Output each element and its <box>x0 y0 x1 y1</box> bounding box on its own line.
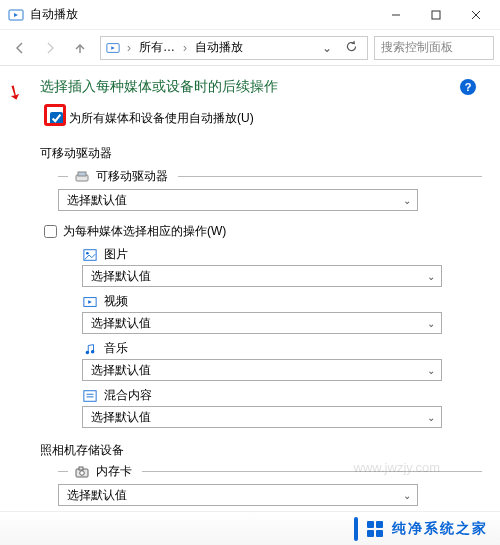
svg-rect-23 <box>367 521 374 528</box>
autoplay-icon <box>8 7 24 23</box>
svg-rect-3 <box>432 11 440 19</box>
media-item-mixed: 混合内容 <box>82 387 482 404</box>
chevron-right-icon: › <box>125 41 133 55</box>
window-close-button[interactable] <box>456 1 496 29</box>
address-dropdown-button[interactable]: ⌄ <box>319 41 335 55</box>
removable-drive-select[interactable]: 选择默认值 ⌄ <box>58 189 418 211</box>
pictures-select[interactable]: 选择默认值 ⌄ <box>82 265 442 287</box>
chevron-down-icon: ⌄ <box>427 318 435 329</box>
mixed-select[interactable]: 选择默认值 ⌄ <box>82 406 442 428</box>
media-label: 图片 <box>104 246 128 263</box>
svg-rect-22 <box>79 467 83 470</box>
nav-forward-button[interactable] <box>36 34 64 62</box>
select-value: 选择默认值 <box>91 362 151 379</box>
window-titlebar: 自动播放 <box>0 0 500 30</box>
per-media-checkbox[interactable] <box>44 225 57 238</box>
svg-rect-26 <box>376 530 383 537</box>
navigation-bar: › 所有… › 自动播放 ⌄ 搜索控制面板 <box>0 30 500 66</box>
svg-point-12 <box>86 251 89 254</box>
watermark-url: www.jwzjy.com <box>354 460 440 475</box>
use-autoplay-all-label: 为所有媒体和设备使用自动播放(U) <box>69 110 254 127</box>
chevron-down-icon: ⌄ <box>403 490 411 501</box>
music-icon <box>82 341 98 357</box>
music-select[interactable]: 选择默认值 ⌄ <box>82 359 442 381</box>
media-label: 音乐 <box>104 340 128 357</box>
help-icon[interactable]: ? <box>460 79 476 95</box>
annotation-arrow-icon: ➘ <box>1 77 28 106</box>
watermark-accent <box>354 517 358 541</box>
svg-rect-10 <box>78 172 86 176</box>
drive-icon <box>74 169 90 185</box>
mixed-icon <box>82 388 98 404</box>
chevron-down-icon: ⌄ <box>427 365 435 376</box>
watermark-text: 纯净系统之家 <box>392 520 488 538</box>
window-title: 自动播放 <box>30 6 376 23</box>
group-memory-card-label: 内存卡 <box>96 463 132 480</box>
chevron-down-icon: ⌄ <box>403 195 411 206</box>
memory-card-select[interactable]: 选择默认值 ⌄ <box>58 484 418 506</box>
group-removable-drive: 可移动驱动器 <box>58 168 482 185</box>
select-value: 选择默认值 <box>91 409 151 426</box>
video-icon <box>82 294 98 310</box>
window-maximize-button[interactable] <box>416 1 456 29</box>
nav-up-button[interactable] <box>66 34 94 62</box>
svg-point-16 <box>91 349 95 353</box>
media-item-music: 音乐 <box>82 340 482 357</box>
media-item-videos: 视频 <box>82 293 482 310</box>
select-value: 选择默认值 <box>91 315 151 332</box>
search-placeholder: 搜索控制面板 <box>381 39 453 56</box>
watermark-bar: 纯净系统之家 <box>0 511 500 545</box>
page-heading: 选择插入每种媒体或设备时的后续操作 <box>40 78 460 96</box>
chevron-right-icon: › <box>181 41 189 55</box>
refresh-button[interactable] <box>339 40 363 56</box>
nav-back-button[interactable] <box>6 34 34 62</box>
svg-rect-25 <box>367 530 374 537</box>
chevron-down-icon: ⌄ <box>427 412 435 423</box>
use-autoplay-all-checkbox[interactable] <box>50 112 63 125</box>
svg-marker-14 <box>88 300 92 304</box>
chevron-down-icon: ⌄ <box>427 271 435 282</box>
svg-rect-17 <box>84 390 96 401</box>
autoplay-icon <box>105 40 121 56</box>
group-removable-label: 可移动驱动器 <box>96 168 168 185</box>
search-input[interactable]: 搜索控制面板 <box>374 36 494 60</box>
section-title-removable: 可移动驱动器 <box>40 145 482 162</box>
camera-icon <box>74 464 90 480</box>
select-value: 选择默认值 <box>67 487 127 504</box>
image-icon <box>82 247 98 263</box>
svg-rect-24 <box>376 521 383 528</box>
address-bar[interactable]: › 所有… › 自动播放 ⌄ <box>100 36 368 60</box>
svg-point-15 <box>86 350 90 354</box>
breadcrumb-root[interactable]: 所有… <box>137 39 177 56</box>
svg-point-21 <box>80 470 85 475</box>
section-title-camera: 照相机存储设备 <box>40 442 482 459</box>
window-minimize-button[interactable] <box>376 1 416 29</box>
content-area: ➘ 选择插入每种媒体或设备时的后续操作 ? 为所有媒体和设备使用自动播放(U) … <box>0 66 500 511</box>
select-value: 选择默认值 <box>91 268 151 285</box>
media-label: 视频 <box>104 293 128 310</box>
windows-logo-icon <box>366 520 384 538</box>
videos-select[interactable]: 选择默认值 ⌄ <box>82 312 442 334</box>
breadcrumb-leaf[interactable]: 自动播放 <box>193 39 245 56</box>
media-label: 混合内容 <box>104 387 152 404</box>
per-media-label: 为每种媒体选择相应的操作(W) <box>63 223 226 240</box>
select-value: 选择默认值 <box>67 192 127 209</box>
media-item-pictures: 图片 <box>82 246 482 263</box>
